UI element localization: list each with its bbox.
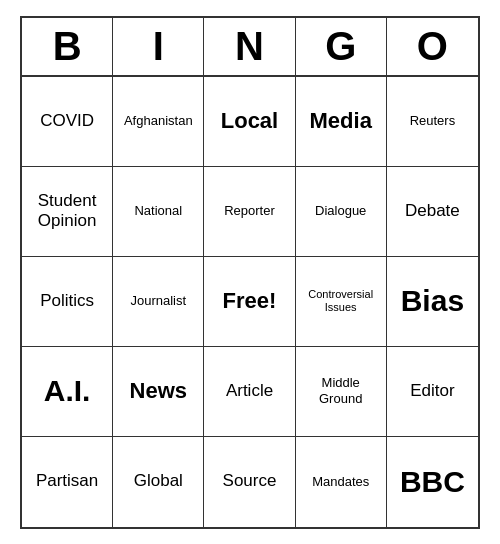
bingo-cell-8[interactable]: Dialogue (296, 167, 387, 257)
bingo-cell-0[interactable]: COVID (22, 77, 113, 167)
bingo-cell-13[interactable]: Controversial Issues (296, 257, 387, 347)
bingo-cell-9[interactable]: Debate (387, 167, 478, 257)
bingo-cell-18[interactable]: Middle Ground (296, 347, 387, 437)
bingo-header: BINGO (22, 18, 478, 77)
bingo-cell-15[interactable]: A.I. (22, 347, 113, 437)
bingo-letter-I: I (113, 18, 204, 75)
bingo-cell-1[interactable]: Afghanistan (113, 77, 204, 167)
bingo-cell-7[interactable]: Reporter (204, 167, 295, 257)
bingo-cell-14[interactable]: Bias (387, 257, 478, 347)
bingo-letter-N: N (204, 18, 295, 75)
bingo-cell-23[interactable]: Mandates (296, 437, 387, 527)
bingo-cell-3[interactable]: Media (296, 77, 387, 167)
bingo-cell-5[interactable]: Student Opinion (22, 167, 113, 257)
bingo-cell-17[interactable]: Article (204, 347, 295, 437)
bingo-cell-24[interactable]: BBC (387, 437, 478, 527)
bingo-cell-4[interactable]: Reuters (387, 77, 478, 167)
bingo-letter-G: G (296, 18, 387, 75)
bingo-grid: COVIDAfghanistanLocalMediaReutersStudent… (22, 77, 478, 527)
bingo-cell-20[interactable]: Partisan (22, 437, 113, 527)
bingo-cell-19[interactable]: Editor (387, 347, 478, 437)
bingo-cell-11[interactable]: Journalist (113, 257, 204, 347)
bingo-cell-10[interactable]: Politics (22, 257, 113, 347)
bingo-letter-B: B (22, 18, 113, 75)
bingo-cell-21[interactable]: Global (113, 437, 204, 527)
bingo-cell-6[interactable]: National (113, 167, 204, 257)
bingo-cell-16[interactable]: News (113, 347, 204, 437)
bingo-cell-22[interactable]: Source (204, 437, 295, 527)
bingo-cell-12[interactable]: Free! (204, 257, 295, 347)
bingo-letter-O: O (387, 18, 478, 75)
bingo-card: BINGO COVIDAfghanistanLocalMediaReutersS… (20, 16, 480, 529)
bingo-cell-2[interactable]: Local (204, 77, 295, 167)
